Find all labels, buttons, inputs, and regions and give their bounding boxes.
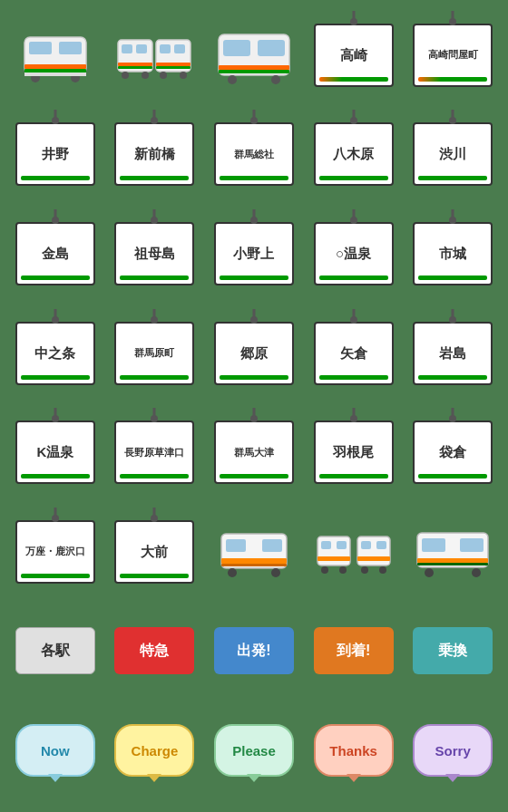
svg-rect-23 <box>223 40 250 56</box>
svg-point-45 <box>339 566 347 574</box>
svg-rect-7 <box>24 72 86 76</box>
sticker-grid: 高崎 高崎問屋町 井野 新前橋 群馬総社 八木原 <box>5 9 503 797</box>
sticker-train1[interactable] <box>9 9 102 102</box>
svg-point-53 <box>425 568 434 577</box>
svg-point-47 <box>379 566 386 574</box>
badge-kakueki-text: 各駅 <box>41 642 70 661</box>
bubble-charge-text: Charge <box>132 743 179 759</box>
sign-iwashima[interactable]: 岩島 <box>406 307 499 400</box>
sign-ino[interactable]: 井野 <box>9 109 102 201</box>
sticker-train2[interactable] <box>109 9 201 102</box>
sign-takasaki-text: 高崎 <box>340 47 367 63</box>
sign-gobara[interactable]: 郷原 <box>208 307 300 400</box>
sign-soboshima[interactable]: 祖母島 <box>109 208 201 300</box>
svg-point-19 <box>142 72 149 79</box>
bubble-please[interactable]: Please <box>208 704 300 797</box>
sign-haneo[interactable]: 羽根尾 <box>308 406 400 498</box>
svg-rect-43 <box>357 556 390 561</box>
badge-departure[interactable]: 出発! <box>208 605 300 698</box>
sign-gunmasoja[interactable]: 群馬総社 <box>208 109 300 201</box>
svg-rect-39 <box>337 541 347 549</box>
bubble-thanks[interactable]: Thanks <box>308 704 400 797</box>
badge-arrival-text: 到着! <box>337 642 370 661</box>
sign-shibukawa[interactable]: 渋川 <box>406 109 499 201</box>
svg-rect-2 <box>59 42 82 54</box>
bubble-please-text: Please <box>232 743 276 759</box>
svg-rect-15 <box>118 66 152 69</box>
sign-yakura[interactable]: 矢倉 <box>308 307 400 400</box>
svg-point-27 <box>228 75 237 84</box>
svg-rect-1 <box>29 42 52 54</box>
svg-rect-31 <box>262 539 282 552</box>
svg-rect-40 <box>361 541 371 549</box>
sign-fukurokura[interactable]: 袋倉 <box>406 406 499 498</box>
sign-naganoharakusatsu[interactable]: 長野原草津口 <box>109 406 201 498</box>
sticker-train4[interactable] <box>208 506 300 598</box>
bubble-sorry[interactable]: Sorry <box>406 704 499 797</box>
sticker-train3[interactable] <box>208 9 300 102</box>
sign-nakanojo[interactable]: 中之条 <box>9 307 102 400</box>
svg-rect-38 <box>321 541 331 549</box>
sign-konsen[interactable]: K温泉 <box>9 406 102 498</box>
svg-point-46 <box>361 566 368 574</box>
sign-gunmaotsu[interactable]: 群馬大津 <box>208 406 300 498</box>
svg-rect-36 <box>318 536 350 566</box>
svg-point-18 <box>122 72 129 79</box>
bubble-now[interactable]: Now <box>9 704 102 797</box>
svg-point-54 <box>472 568 481 577</box>
sign-oonsen[interactable]: ○温泉 <box>308 208 400 300</box>
svg-point-21 <box>180 72 187 79</box>
bubble-thanks-text: Thanks <box>329 743 377 759</box>
badge-kakueki[interactable]: 各駅 <box>9 605 102 698</box>
svg-point-44 <box>321 566 328 574</box>
badge-norikaeru[interactable]: 乗換 <box>406 605 499 698</box>
sticker-train5[interactable] <box>308 506 400 598</box>
badge-departure-text: 出発! <box>237 642 270 661</box>
svg-rect-10 <box>122 44 132 53</box>
sign-kanashima[interactable]: 金島 <box>9 208 102 300</box>
sign-onoue[interactable]: 小野上 <box>208 208 300 300</box>
svg-rect-25 <box>219 65 289 70</box>
svg-rect-17 <box>156 66 190 69</box>
badge-tokyu-text: 特急 <box>140 642 169 661</box>
sign-omae[interactable]: 大前 <box>109 506 201 598</box>
bubble-now-text: Now <box>41 743 70 759</box>
svg-point-34 <box>228 568 237 577</box>
svg-rect-24 <box>258 40 285 56</box>
svg-rect-13 <box>174 44 185 53</box>
bubble-sorry-text: Sorry <box>435 743 471 759</box>
svg-point-35 <box>271 568 280 577</box>
badge-norikaeru-text: 乗換 <box>438 642 467 661</box>
sign-shinmaebashi[interactable]: 新前橋 <box>109 109 201 201</box>
svg-rect-41 <box>376 541 386 549</box>
badge-arrival[interactable]: 到着! <box>308 605 400 698</box>
svg-rect-42 <box>318 556 350 561</box>
sign-takasaki[interactable]: 高崎 <box>308 9 400 102</box>
svg-point-28 <box>271 75 280 84</box>
svg-rect-52 <box>417 563 488 566</box>
svg-rect-3 <box>24 64 86 69</box>
svg-rect-33 <box>221 564 287 566</box>
sticker-train6[interactable] <box>406 506 499 598</box>
svg-point-20 <box>160 72 167 79</box>
sign-takasakimonzen[interactable]: 高崎問屋町 <box>406 9 499 102</box>
svg-rect-30 <box>226 539 246 552</box>
badge-tokyu[interactable]: 特急 <box>109 605 201 698</box>
svg-rect-12 <box>160 44 171 53</box>
sign-yorii[interactable]: 万座・鹿沢口 <box>9 506 102 598</box>
svg-rect-26 <box>219 70 289 73</box>
sign-ichishiro[interactable]: 市城 <box>406 208 499 300</box>
bubble-charge[interactable]: Charge <box>109 704 201 797</box>
svg-rect-16 <box>156 63 190 66</box>
svg-rect-37 <box>357 536 390 566</box>
svg-rect-32 <box>221 558 287 564</box>
svg-rect-11 <box>136 44 147 53</box>
svg-rect-49 <box>422 538 445 552</box>
svg-rect-4 <box>24 69 86 72</box>
svg-rect-50 <box>460 538 484 552</box>
svg-rect-51 <box>417 558 488 563</box>
svg-rect-14 <box>118 63 152 66</box>
sign-takasakimonzen-text: 高崎問屋町 <box>428 49 478 61</box>
sign-gunmaharamachi[interactable]: 群馬原町 <box>109 307 201 400</box>
sign-yagihara[interactable]: 八木原 <box>308 109 400 201</box>
